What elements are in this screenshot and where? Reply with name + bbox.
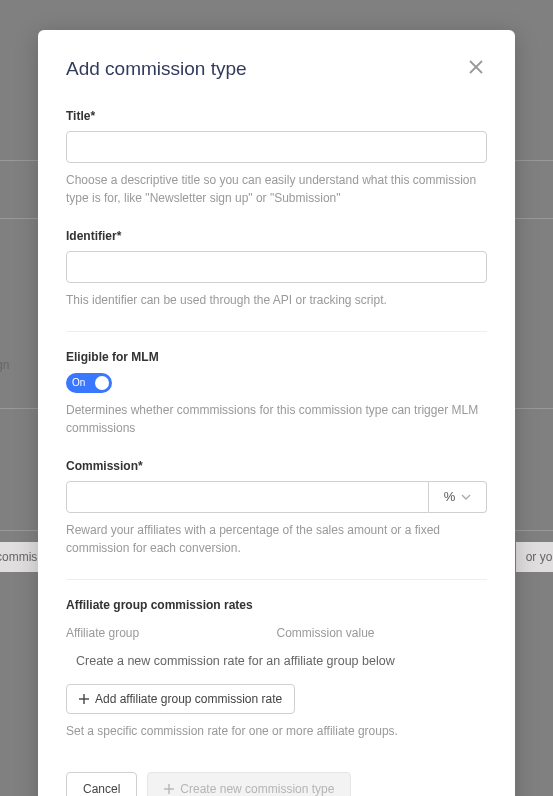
- commission-unit-select[interactable]: %: [429, 481, 487, 513]
- commission-input[interactable]: [66, 481, 429, 513]
- group-rates-help: Set a specific commission rate for one o…: [66, 722, 487, 740]
- commission-unit-label: %: [444, 489, 456, 504]
- create-button-label: Create new commission type: [180, 782, 334, 796]
- create-button[interactable]: Create new commission type: [147, 772, 351, 797]
- identifier-help: This identifier can be used through the …: [66, 291, 487, 309]
- mlm-toggle[interactable]: On: [66, 373, 112, 393]
- col-affiliate-group: Affiliate group: [66, 626, 277, 640]
- title-label: Title*: [66, 109, 487, 123]
- close-button[interactable]: [465, 56, 487, 81]
- commission-row: %: [66, 481, 487, 513]
- identifier-label: Identifier*: [66, 229, 487, 243]
- modal-footer: Cancel Create new commission type: [66, 772, 487, 797]
- chevron-down-icon: [461, 494, 471, 500]
- divider: [66, 331, 487, 332]
- identifier-input[interactable]: [66, 251, 487, 283]
- cancel-button[interactable]: Cancel: [66, 772, 137, 797]
- add-group-rate-button[interactable]: Add affiliate group commission rate: [66, 684, 295, 714]
- plus-icon: [164, 784, 174, 794]
- divider: [66, 579, 487, 580]
- commission-label: Commission*: [66, 459, 487, 473]
- mlm-toggle-state: On: [72, 377, 85, 388]
- bg-text: or your: [516, 542, 553, 572]
- plus-icon: [79, 694, 89, 704]
- group-rates-headers: Affiliate group Commission value: [66, 626, 487, 640]
- modal-header: Add commission type: [66, 56, 487, 81]
- add-group-rate-label: Add affiliate group commission rate: [95, 692, 282, 706]
- toggle-knob: [95, 376, 109, 390]
- commission-help: Reward your affiliates with a percentage…: [66, 521, 487, 557]
- commission-field: Commission* % Reward your affiliates wit…: [66, 459, 487, 557]
- mlm-help: Determines whether commmissions for this…: [66, 401, 487, 437]
- add-commission-modal: Add commission type Title* Choose a desc…: [38, 30, 515, 796]
- col-commission-value: Commission value: [277, 626, 488, 640]
- group-rates-empty: Create a new commission rate for an affi…: [76, 654, 487, 668]
- mlm-label: Eligible for MLM: [66, 350, 487, 364]
- title-help: Choose a descriptive title so you can ea…: [66, 171, 487, 207]
- modal-title: Add commission type: [66, 58, 247, 80]
- close-icon: [469, 60, 483, 74]
- bg-text: ter sign: [0, 358, 9, 372]
- identifier-field: Identifier* This identifier can be used …: [66, 229, 487, 309]
- mlm-field: Eligible for MLM On Determines whether c…: [66, 350, 487, 437]
- title-field: Title* Choose a descriptive title so you…: [66, 109, 487, 207]
- group-rates-title: Affiliate group commission rates: [66, 598, 487, 612]
- group-rates-section: Affiliate group commission rates Affilia…: [66, 598, 487, 740]
- title-input[interactable]: [66, 131, 487, 163]
